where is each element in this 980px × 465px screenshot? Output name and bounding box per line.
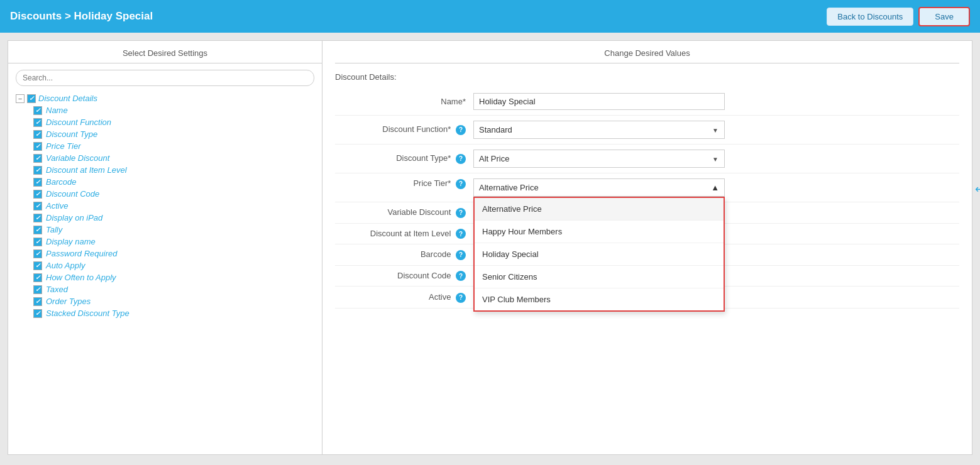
price-tier-dropdown-header[interactable]: Alternative Price ▲ (473, 178, 725, 197)
discount-code-label: Discount Code ? (335, 271, 473, 282)
item-checkbox[interactable] (33, 261, 42, 270)
tree-item-discount-code[interactable]: Discount Code (16, 188, 314, 200)
item-checkbox[interactable] (33, 166, 42, 175)
tree-item-active[interactable]: Active (16, 200, 314, 212)
item-checkbox[interactable] (33, 249, 42, 258)
price-tier-selected-value: Alternative Price (479, 183, 539, 192)
item-label: Auto Apply (46, 261, 85, 270)
item-checkbox[interactable] (33, 190, 42, 199)
settings-tree: − Discount Details Name Discount Functio… (8, 92, 322, 319)
collapse-icon[interactable]: − (16, 94, 25, 103)
item-checkbox[interactable] (33, 226, 42, 234)
save-button[interactable]: Save (918, 7, 970, 26)
price-tier-row: Price Tier* ? Alternative Price ▲ Altern… (335, 173, 959, 202)
tree-item-name[interactable]: Name (16, 104, 314, 116)
item-label: Password Required (46, 249, 117, 258)
tree-item-barcode[interactable]: Barcode (16, 176, 314, 188)
discount-code-help-icon[interactable]: ? (456, 271, 466, 281)
item-label: Discount Type (46, 129, 97, 139)
search-box (16, 70, 314, 86)
tree-item-display-name[interactable]: Display name (16, 236, 314, 248)
discount-at-item-level-help-icon[interactable]: ? (456, 229, 466, 239)
tree-item-variable-discount[interactable]: Variable Discount (16, 152, 314, 164)
group-label: Discount Details (38, 94, 97, 103)
discount-at-item-level-label: Discount at Item Level ? (335, 229, 473, 239)
back-to-discounts-button[interactable]: Back to Discounts (827, 8, 913, 26)
discount-function-control: Standard Advanced (473, 121, 959, 139)
price-tier-help-icon[interactable]: ? (456, 179, 466, 189)
item-label: Barcode (46, 177, 76, 187)
discount-type-select-wrapper: Alt Price Percentage Amount (473, 150, 725, 168)
tree-item-password-required[interactable]: Password Required (16, 248, 314, 260)
page-title: Discounts > Holiday Special (10, 10, 153, 23)
active-help-icon[interactable]: ? (456, 293, 466, 303)
item-label: Stacked Discount Type (46, 309, 129, 318)
discount-type-select[interactable]: Alt Price Percentage Amount (473, 150, 725, 168)
item-label: Tally (46, 225, 62, 234)
item-checkbox[interactable] (33, 142, 42, 151)
item-checkbox[interactable] (33, 214, 42, 222)
group-checkbox[interactable] (27, 94, 36, 103)
tree-item-discount-function[interactable]: Discount Function (16, 116, 314, 128)
section-label: Discount Details: (335, 72, 959, 82)
item-label: Order Types (46, 297, 91, 306)
header-actions: Back to Discounts Save (827, 7, 970, 26)
name-input[interactable] (473, 93, 725, 110)
tree-item-order-types[interactable]: Order Types (16, 295, 314, 307)
discount-function-help-icon[interactable]: ? (456, 125, 466, 135)
name-control (473, 93, 959, 110)
item-checkbox[interactable] (33, 238, 42, 246)
item-label: Name (46, 106, 68, 115)
right-panel: Change Desired Values Discount Details: … (322, 41, 972, 454)
price-tier-dropdown-list: Alternative Price Happy Hour Members Hol… (473, 197, 725, 312)
name-row: Name* (335, 88, 959, 116)
chevron-up-icon: ▲ (711, 183, 719, 192)
tree-item-display-on-ipad[interactable]: Display on iPad (16, 212, 314, 224)
item-label: Display on iPad (46, 213, 102, 222)
tree-item-stacked-discount-type[interactable]: Stacked Discount Type (16, 307, 314, 319)
item-label: Taxed (46, 285, 68, 294)
left-panel-title: Select Desired Settings (8, 48, 322, 63)
discount-type-row: Discount Type* ? Alt Price Percentage Am… (335, 145, 959, 173)
tree-item-discount-type[interactable]: Discount Type (16, 128, 314, 140)
item-checkbox[interactable] (33, 178, 42, 187)
tree-item-how-often-to-apply[interactable]: How Often to Apply (16, 271, 314, 283)
discount-function-row: Discount Function* ? Standard Advanced (335, 116, 959, 145)
discount-type-label: Discount Type* ? (335, 153, 473, 164)
price-tier-option-happy-hour[interactable]: Happy Hour Members (475, 221, 724, 243)
discount-type-help-icon[interactable]: ? (456, 154, 466, 164)
item-checkbox[interactable] (33, 297, 42, 306)
discount-function-label: Discount Function* ? (335, 124, 473, 135)
item-checkbox[interactable] (33, 118, 42, 127)
tree-item-price-tier[interactable]: Price Tier (16, 140, 314, 152)
item-checkbox[interactable] (33, 154, 42, 163)
discount-type-control: Alt Price Percentage Amount (473, 150, 959, 168)
search-input[interactable] (16, 70, 314, 86)
discount-function-select[interactable]: Standard Advanced (473, 121, 725, 139)
item-checkbox[interactable] (33, 285, 42, 294)
tree-group-header[interactable]: − Discount Details (16, 92, 314, 104)
item-label: How Often to Apply (46, 273, 116, 282)
name-label: Name* (335, 97, 473, 106)
item-checkbox[interactable] (33, 309, 42, 318)
tree-item-discount-at-item-level[interactable]: Discount at Item Level (16, 164, 314, 176)
price-tier-control: Alternative Price ▲ Alternative Price Ha… (473, 178, 959, 197)
price-tier-option-vip-club[interactable]: VIP Club Members (475, 288, 724, 310)
barcode-label: Barcode ? (335, 249, 473, 260)
item-label: Price Tier (46, 141, 81, 151)
variable-discount-help-icon[interactable]: ? (456, 208, 466, 218)
price-tier-option-alternative-price[interactable]: Alternative Price (475, 198, 724, 221)
item-checkbox[interactable] (33, 130, 42, 139)
item-label: Display name (46, 237, 96, 246)
tree-item-auto-apply[interactable]: Auto Apply (16, 260, 314, 271)
item-checkbox[interactable] (33, 202, 42, 211)
tree-item-taxed[interactable]: Taxed (16, 283, 314, 295)
discount-function-select-wrapper: Standard Advanced (473, 121, 725, 139)
price-tier-option-senior-citizens[interactable]: Senior Citizens (475, 266, 724, 288)
item-checkbox[interactable] (33, 106, 42, 115)
barcode-help-icon[interactable]: ? (456, 250, 466, 260)
item-checkbox[interactable] (33, 273, 42, 282)
tree-item-tally[interactable]: Tally (16, 224, 314, 236)
undo-button[interactable]: ↩ (975, 182, 980, 196)
price-tier-option-holiday-special[interactable]: Holiday Special (475, 243, 724, 266)
